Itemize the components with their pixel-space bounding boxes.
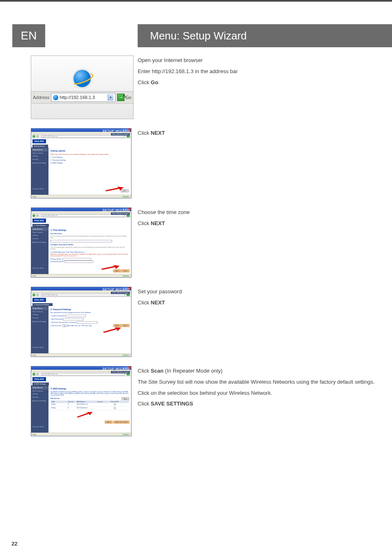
select-wds-radio[interactable]	[114, 403, 116, 405]
wizard-screenshot-time-settings: http://192.168.1.3/index.stm PHILIPS SET…	[31, 207, 131, 278]
language-badge: EN	[12, 24, 45, 47]
internet-explorer-icon	[74, 70, 91, 87]
select-wds-radio[interactable]	[114, 407, 116, 409]
wizard-screenshot-password-settings: http://192.168.1.3/index.stm PHILIPS SET…	[31, 287, 131, 357]
wizard-screenshot-wds-settings: http://192.168.1.3/index.stm PHILIPS SET…	[31, 366, 131, 436]
svg-marker-1	[101, 265, 120, 270]
back-button[interactable]: BACK	[105, 421, 113, 424]
secondary-server-select[interactable]	[65, 260, 93, 263]
idle-timeout-input[interactable]: 10	[62, 325, 67, 327]
step3-line1: Choose the time zone	[138, 208, 382, 217]
address-input[interactable]: http://192.168.1.3 ▾	[51, 93, 115, 102]
wizard-tab: Getting Started	[32, 145, 48, 147]
scan-button[interactable]: Scan	[122, 397, 129, 400]
wizard-heading: Getting started	[51, 150, 129, 152]
save-settings-button[interactable]: SAVE SETTINGS	[113, 421, 130, 424]
address-label: Address	[33, 95, 49, 100]
next-button[interactable]: NEXT	[122, 324, 129, 327]
wizard-top-links: Home ●Wireless ●Logout	[111, 133, 130, 136]
step2-line1: Click NEXT	[138, 129, 382, 138]
page-number: 22	[12, 541, 17, 547]
wizard-screenshot-getting-started: http://192.168.1.3/index.stm PHILIPS SET…	[31, 128, 131, 198]
svg-marker-0	[105, 187, 124, 191]
step5-line4: Click SAVE SETTINGS	[138, 400, 382, 408]
table-row: Philips 6 00:12:bf:bf:de:a1	[51, 407, 129, 410]
step5-line1: Click Scan (In Repeater Mode only)	[138, 367, 382, 375]
address-dropdown-icon[interactable]: ▾	[108, 94, 113, 101]
ie-page-icon	[53, 95, 58, 100]
next-button[interactable]: NEXT	[122, 269, 129, 272]
step3-line2: Click NEXT	[138, 219, 382, 228]
step4-line2: Click NEXT	[138, 299, 382, 307]
step1-line1: Open your Internet browser	[138, 56, 382, 65]
address-value: http://192.168.1.3	[60, 95, 95, 100]
back-button[interactable]: BACK	[113, 269, 121, 272]
page-title: Menu: Setup Wizard	[138, 24, 392, 47]
confirm-password-input[interactable]	[77, 321, 97, 324]
site-survey-table: SSID Channel MAC Address Security Select…	[51, 401, 129, 410]
new-password-input[interactable]	[63, 318, 83, 320]
timezone-select[interactable]	[51, 240, 112, 242]
step1-line3: Click Go.	[138, 78, 382, 87]
step5-line3: Click on the selection box behind your W…	[138, 389, 382, 398]
current-password-input[interactable]	[65, 315, 86, 317]
svg-marker-3	[76, 411, 93, 418]
back-nav-icon	[32, 135, 35, 138]
philips-logo: PHILIPS	[32, 139, 46, 143]
wizard-sidebar: Setup Wizard Home network settings Secur…	[31, 147, 48, 195]
step4-line1: Set your password	[138, 288, 382, 296]
step5-line2: The Site Survey list will now show the a…	[138, 378, 382, 387]
browser-address-mock: Address http://192.168.1.3 ▾ → Go ↖	[31, 55, 134, 119]
step1-line2: Enter http://192.168.1.3 in the address …	[138, 67, 382, 76]
table-row: philips 6 00:12:bf:bf:ec:e5	[51, 403, 129, 407]
cursor-icon: ↖	[122, 93, 127, 99]
wizard-intro: When this is the first time you install …	[51, 153, 129, 155]
svg-marker-2	[103, 327, 122, 333]
wizard-watermark: SETUP WIZARD	[102, 129, 130, 133]
fwd-nav-icon	[36, 135, 39, 138]
